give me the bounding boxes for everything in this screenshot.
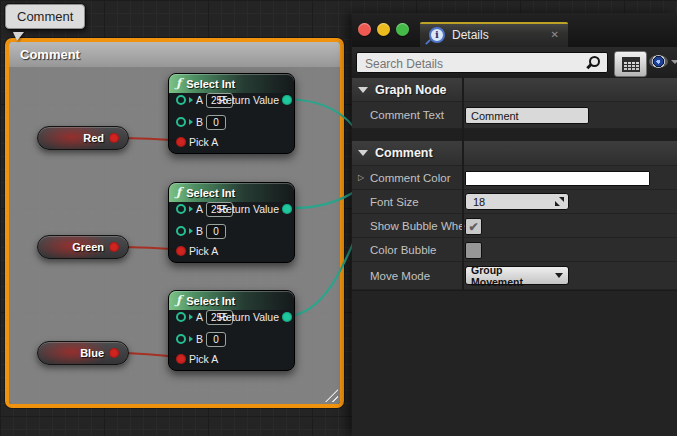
pick-a-pin-icon[interactable]: [176, 354, 186, 364]
column-divider[interactable]: [462, 78, 464, 290]
return-value-pin-icon[interactable]: [282, 312, 292, 322]
pick-a-label: Pick A: [189, 245, 218, 257]
select-int-node-1-header[interactable]: ƒ Select Int: [169, 74, 294, 93]
pin-b-value-field[interactable]: 0: [206, 332, 226, 347]
tab-strip: i Details ✕: [352, 13, 677, 47]
search-box[interactable]: [356, 52, 608, 73]
variable-label: Green: [72, 241, 104, 253]
section-header-graph-node[interactable]: Graph Node: [352, 78, 677, 102]
tab-details[interactable]: i Details ✕: [420, 22, 568, 47]
details-panel-empty-area: [352, 290, 677, 436]
pin-b-arrow-icon: [189, 228, 193, 234]
search-icon: [587, 56, 600, 69]
variable-output-pin-icon[interactable]: [109, 133, 119, 143]
comment-resize-handle[interactable]: [325, 389, 338, 402]
details-info-icon: i: [429, 27, 445, 43]
color-bubble-checkbox[interactable]: [465, 242, 482, 259]
pin-a-arrow-icon: [189, 314, 193, 320]
return-value-pin-icon[interactable]: [282, 204, 292, 214]
tab-details-label: Details: [452, 28, 544, 42]
show-bubble-when-label: Show Bubble When: [370, 220, 471, 232]
comment-text-input[interactable]: [465, 107, 589, 124]
return-value-pin-icon[interactable]: [282, 95, 292, 105]
pin-b-icon[interactable]: [176, 117, 186, 127]
pin-a-arrow-icon: [189, 97, 193, 103]
variable-label: Blue: [80, 347, 104, 359]
pin-b-icon[interactable]: [176, 334, 186, 344]
variable-output-pin-icon[interactable]: [109, 348, 119, 358]
pin-b-value-field[interactable]: 0: [206, 115, 226, 130]
move-mode-label: Move Mode: [370, 270, 430, 282]
expand-arrow-icon[interactable]: [358, 87, 368, 93]
node-title: Select Int: [186, 78, 235, 90]
row-comment-text: Comment Text: [352, 102, 677, 129]
variable-node-blue[interactable]: Blue: [37, 341, 129, 365]
variable-output-pin-icon[interactable]: [109, 242, 119, 252]
window-zoom-button[interactable]: [396, 23, 409, 36]
comment-tooltip: Comment: [5, 4, 85, 29]
variable-node-green[interactable]: Green: [37, 235, 129, 259]
pin-b-icon[interactable]: [176, 226, 186, 236]
spinner-drag-icon[interactable]: [555, 197, 564, 206]
show-bubble-when-checkbox[interactable]: ✔: [465, 218, 482, 235]
row-comment-color: ▷ Comment Color: [352, 166, 677, 190]
pick-a-pin-icon[interactable]: [176, 246, 186, 256]
pin-b-value-field[interactable]: 0: [206, 224, 226, 239]
node-title: Select Int: [186, 187, 235, 199]
pin-a-icon[interactable]: [176, 95, 186, 105]
pin-a-label: A: [196, 203, 203, 215]
pin-a-label: A: [196, 94, 203, 106]
view-options-button[interactable]: [649, 55, 677, 68]
pick-a-label: Pick A: [189, 136, 218, 148]
property-list: Graph Node Comment Text Comment ▷ Commen…: [352, 78, 677, 290]
blueprint-editor: Comment Comment ƒ Select Int A 255 B 0: [0, 0, 677, 436]
select-int-node-2[interactable]: ƒ Select Int A 255 B 0 Pick A Return Val…: [168, 182, 295, 263]
chevron-down-icon: [555, 273, 563, 278]
return-value-label: Return Value: [218, 94, 279, 106]
eye-icon: [649, 55, 668, 68]
pick-a-label: Pick A: [189, 353, 218, 365]
pin-b-arrow-icon: [189, 119, 193, 125]
comment-color-swatch[interactable]: [465, 171, 650, 186]
window-close-button[interactable]: [358, 23, 371, 36]
expand-arrow-icon[interactable]: [358, 150, 368, 156]
move-mode-value: Group Movement: [471, 264, 555, 288]
pin-b-label: B: [196, 116, 203, 128]
tab-close-icon[interactable]: ✕: [551, 29, 559, 40]
select-int-node-3-header[interactable]: ƒ Select Int: [169, 291, 294, 310]
move-mode-dropdown[interactable]: Group Movement: [465, 266, 569, 285]
variable-node-red[interactable]: Red: [37, 126, 129, 150]
pin-b-label: B: [196, 333, 203, 345]
pin-a-icon[interactable]: [176, 204, 186, 214]
section-gap: [352, 129, 677, 141]
pin-a-label: A: [196, 311, 203, 323]
grid-icon: [622, 57, 640, 72]
pick-a-pin-icon[interactable]: [176, 137, 186, 147]
pin-a-arrow-icon: [189, 206, 193, 212]
row-font-size: Font Size 18: [352, 190, 677, 214]
pin-b-arrow-icon: [189, 336, 193, 342]
check-icon: ✔: [468, 221, 478, 233]
select-int-node-2-header[interactable]: ƒ Select Int: [169, 183, 294, 202]
select-int-node-1[interactable]: ƒ Select Int A 255 B 0 Pick A Return Val…: [168, 73, 295, 154]
details-toolbar: [352, 47, 677, 78]
font-size-input[interactable]: 18: [465, 193, 569, 210]
comment-color-expander-icon[interactable]: ▷: [358, 173, 364, 182]
select-int-node-3[interactable]: ƒ Select Int A 255 B 0 Pick A Return Val…: [168, 290, 295, 371]
property-matrix-button[interactable]: [614, 51, 647, 77]
tab-accent-line: [420, 22, 568, 24]
comment-tooltip-tail: [13, 32, 24, 41]
search-input[interactable]: [363, 54, 582, 73]
pin-b-label: B: [196, 225, 203, 237]
function-icon: ƒ: [176, 291, 181, 310]
return-value-label: Return Value: [218, 311, 279, 323]
return-value-label: Return Value: [218, 203, 279, 215]
comment-color-label: Comment Color: [370, 172, 451, 184]
section-title: Comment: [375, 146, 433, 160]
window-minimize-button[interactable]: [377, 23, 390, 36]
row-move-mode: Move Mode Group Movement: [352, 262, 677, 290]
pin-a-icon[interactable]: [176, 312, 186, 322]
section-header-comment[interactable]: Comment: [352, 141, 677, 166]
details-panel: i Details ✕ Graph Node: [352, 13, 677, 436]
comment-node-title[interactable]: Comment: [9, 42, 340, 67]
